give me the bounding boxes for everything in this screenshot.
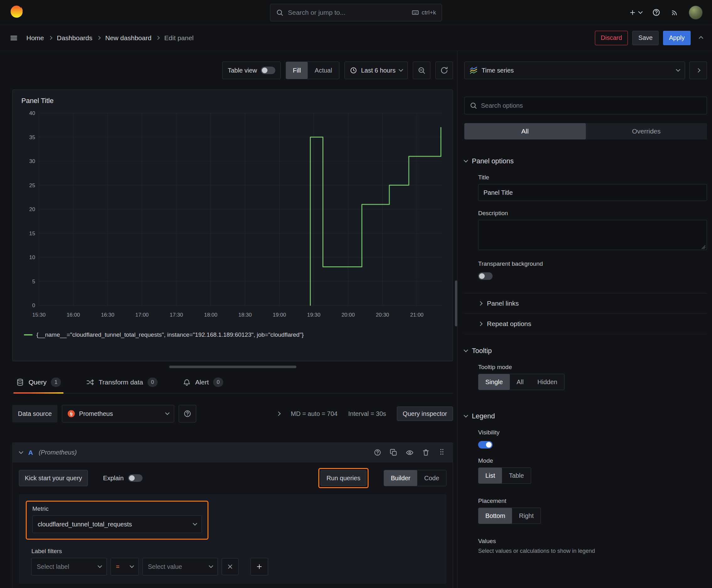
tooltip-mode-all[interactable]: All xyxy=(510,374,531,390)
refresh-button[interactable] xyxy=(435,62,453,79)
query-collapse-chevron[interactable] xyxy=(19,449,23,454)
breadcrumb-item-new-dashboard[interactable]: New dashboard xyxy=(105,34,151,42)
horizontal-scrollbar[interactable] xyxy=(169,365,296,368)
time-range-picker[interactable]: Last 6 hours xyxy=(344,62,408,79)
time-series-chart[interactable]: 15:3016:0016:3017:0017:3018:0018:3019:00… xyxy=(21,108,445,328)
label-filter-label-select[interactable]: Select label xyxy=(31,558,107,575)
visualization-picker[interactable]: Time series xyxy=(464,62,685,79)
legend-placement-right[interactable]: Right xyxy=(512,508,541,524)
tab-alert-count: 0 xyxy=(213,378,223,387)
tooltip-mode-hidden[interactable]: Hidden xyxy=(531,374,564,390)
fill-actual-segment: Fill Actual xyxy=(286,62,339,79)
drag-handle[interactable] xyxy=(438,448,446,457)
transparent-background-switch[interactable] xyxy=(478,272,493,280)
explain-switch[interactable] xyxy=(128,474,143,482)
panel-options-header[interactable]: Panel options xyxy=(464,157,707,165)
kick-start-button[interactable]: Kick start your query xyxy=(19,470,88,486)
query-options-toggle[interactable] xyxy=(276,412,281,416)
panel-toolbar: Table view Fill Actual Last 6 hours xyxy=(12,62,453,79)
discard-button[interactable]: Discard xyxy=(595,31,628,45)
svg-text:16:30: 16:30 xyxy=(101,312,114,318)
tab-alert[interactable]: Alert 0 xyxy=(180,375,226,393)
builder-option[interactable]: Builder xyxy=(384,470,417,486)
panel-links-row[interactable]: Panel links xyxy=(464,293,707,313)
menu-toggle-button[interactable] xyxy=(9,34,18,42)
svg-text:10: 10 xyxy=(29,254,35,260)
plus-icon xyxy=(629,9,637,16)
query-editor-header[interactable]: A (Prometheus) xyxy=(13,443,453,462)
new-item-button[interactable] xyxy=(629,9,642,16)
delete-query-button[interactable] xyxy=(422,448,430,456)
label-filter-operator-select[interactable]: = xyxy=(110,558,139,575)
svg-text:17:00: 17:00 xyxy=(135,312,149,318)
rss-icon xyxy=(671,8,679,17)
datasource-picker[interactable]: Prometheus xyxy=(62,405,174,422)
toggle-query-visibility-button[interactable] xyxy=(406,448,414,457)
legend-section-header[interactable]: Legend xyxy=(464,412,707,420)
global-search[interactable]: ctrl+k xyxy=(270,4,442,21)
help-button[interactable] xyxy=(652,8,661,17)
code-option[interactable]: Code xyxy=(417,470,446,486)
breadcrumb-item-dashboards[interactable]: Dashboards xyxy=(57,34,92,42)
metric-select[interactable]: cloudflared_tunnel_total_requests xyxy=(33,516,202,533)
explain-label: Explain xyxy=(103,475,124,482)
tooltip-section-header[interactable]: Tooltip xyxy=(464,347,707,355)
options-tab-overrides[interactable]: Overrides xyxy=(586,123,707,140)
chevron-down-icon xyxy=(464,348,468,352)
options-collapse-button[interactable] xyxy=(689,62,707,79)
save-button[interactable]: Save xyxy=(632,31,659,45)
help-icon xyxy=(373,448,382,456)
panel-options-title: Panel options xyxy=(472,157,514,165)
legend-visibility-switch[interactable] xyxy=(478,441,493,448)
legend-mode-list[interactable]: List xyxy=(478,468,502,483)
description-textarea[interactable] xyxy=(478,220,707,250)
annotation-run-queries: Run queries xyxy=(318,468,369,488)
select-label-placeholder: Select label xyxy=(37,563,69,570)
legend-mode-table[interactable]: Table xyxy=(502,468,531,483)
svg-text:21:00: 21:00 xyxy=(410,312,424,318)
query-inspector-button[interactable]: Query inspector xyxy=(397,406,453,421)
legend-placement-label: Placement xyxy=(478,498,707,504)
query-editor-card: A (Prometheus) xyxy=(12,443,453,588)
run-queries-button[interactable]: Run queries xyxy=(321,470,366,486)
chevron-down-icon xyxy=(193,521,197,525)
chevron-down-icon xyxy=(464,158,468,162)
chart-legend: {__name__="cloudflared_tunnel_total_requ… xyxy=(24,331,445,338)
legend-series-label[interactable]: {__name__="cloudflared_tunnel_total_requ… xyxy=(37,331,304,338)
grafana-logo-icon[interactable] xyxy=(9,4,24,20)
chevron-down-icon xyxy=(638,9,643,14)
legend-placement-bottom[interactable]: Bottom xyxy=(478,508,512,524)
table-view-toggle-group[interactable]: Table view xyxy=(222,62,280,79)
tab-query[interactable]: Query 1 xyxy=(14,375,63,393)
label-filter-value-select[interactable]: Select value xyxy=(143,558,218,575)
help-icon xyxy=(652,8,661,17)
tooltip-mode-single[interactable]: Single xyxy=(478,374,510,390)
table-view-switch[interactable] xyxy=(261,67,275,74)
datasource-help-button[interactable] xyxy=(179,405,196,422)
duplicate-query-button[interactable] xyxy=(390,448,397,456)
apply-button[interactable]: Apply xyxy=(663,31,691,45)
breadcrumb-item-home[interactable]: Home xyxy=(26,34,44,42)
remove-filter-button[interactable] xyxy=(222,558,239,575)
resize-handle-icon[interactable] xyxy=(702,245,706,249)
options-search[interactable] xyxy=(464,97,707,114)
tab-transform-data[interactable]: Transform data 0 xyxy=(84,375,160,393)
news-button[interactable] xyxy=(671,8,679,17)
query-help-button[interactable] xyxy=(373,448,382,456)
collapse-header-button[interactable] xyxy=(699,34,703,41)
add-filter-button[interactable] xyxy=(251,558,268,575)
breadcrumb: Home Dashboards New dashboard Edit panel xyxy=(26,34,194,42)
svg-text:20:30: 20:30 xyxy=(376,312,389,318)
panel-title-input[interactable] xyxy=(478,184,707,201)
options-tab-all[interactable]: All xyxy=(464,123,586,140)
actual-option[interactable]: Actual xyxy=(308,62,339,79)
promql-builder: Metric cloudflared_tunnel_total_requests… xyxy=(19,495,447,584)
vertical-scrollbar[interactable] xyxy=(455,280,457,327)
user-avatar[interactable] xyxy=(689,6,703,19)
repeat-options-row[interactable]: Repeat options xyxy=(464,313,707,334)
hamburger-icon xyxy=(9,34,18,42)
zoom-out-button[interactable] xyxy=(413,62,430,79)
global-search-input[interactable] xyxy=(288,9,407,16)
fill-option[interactable]: Fill xyxy=(286,62,308,79)
options-search-input[interactable] xyxy=(481,102,702,109)
